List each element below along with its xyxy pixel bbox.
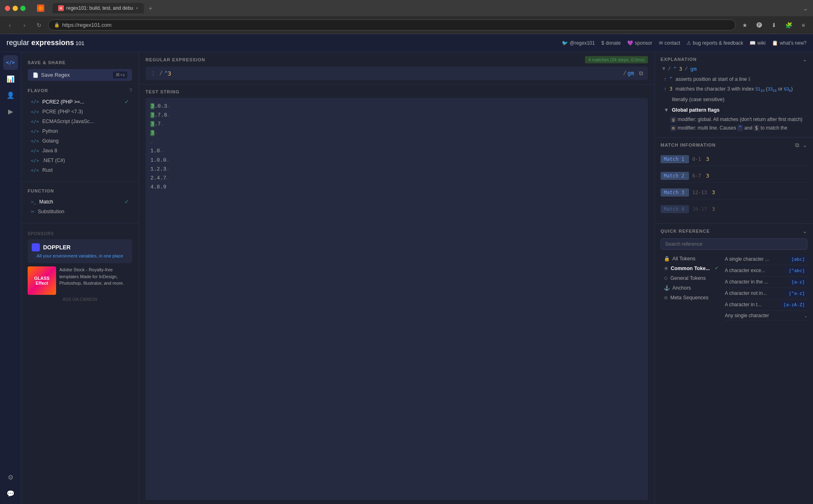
forward-button[interactable]: › [19,19,30,31]
match-1-value: 3 [706,156,709,162]
tab-close-button[interactable]: × [136,6,138,11]
new-tab-button[interactable]: + [146,4,155,13]
sidebar-item-account[interactable]: 👤 [3,88,18,102]
flavor-golang[interactable]: </> Golang [28,136,132,146]
twitter-icon: 🐦 [562,40,568,46]
address-bar[interactable]: 🔒 https://regex101.com [48,19,736,30]
test-line-10: 4.8.9 [150,183,643,192]
back-button[interactable]: ‹ [4,19,15,31]
test-header: TEST STRING [146,89,648,95]
maximize-window-button[interactable] [20,6,26,11]
doppler-sponsor-card[interactable]: DOPPLER All your environment variables, … [28,239,132,263]
twitter-label: @regex101 [570,40,595,46]
close-window-button[interactable] [5,6,10,11]
function-section: FUNCTION >_ Match ✓ ✂ Substitution [21,185,139,220]
copy-all-button[interactable]: ⧉ [795,142,799,149]
code-tag-icon-7: </> [31,158,39,163]
match-3-label: Match 3 [661,188,689,197]
doppler-description: All your environment variables, in one p… [32,253,128,259]
qr-meta-sequences[interactable]: ⊕ Meta Sequences [661,293,722,303]
exp-caret-item: ↑ ^ asserts position at start of a line … [664,75,807,83]
download-button[interactable]: ⬇ [768,19,780,31]
wiki-link[interactable]: 📖 wiki [750,40,765,46]
explanation-section: EXPLANATION ⌄ ▼ / ^3 / gm ↑ ^ asserts po… [655,52,813,138]
flavor-help-icon[interactable]: ? [129,87,132,93]
match-1-label: Match 1 [661,155,689,163]
sidebar-item-community[interactable]: 💬 [3,486,18,501]
match-2-label: Match 2 [661,172,689,180]
function-substitution[interactable]: ✂ Substitution [28,207,132,216]
flavor-ecmascript[interactable]: </> ECMAScript (JavaSc... [28,117,132,126]
extensions-button[interactable]: 🧩 [783,19,794,31]
quick-ref-entries: A single character ... [abc] A character… [725,254,807,500]
quick-ref-search-input[interactable] [661,238,807,250]
bug-reports-link[interactable]: ⚠ bug reports & feedback [687,40,743,46]
m-desc: modifier: multi line. Causes [678,125,737,131]
match-row-2: Match 2 6-7 3 [661,169,807,183]
browser-navbar: ‹ › ↻ 🔒 https://regex101.com ★ 🅟 ⬇ 🧩 ≡ [0,16,813,34]
sidebar-item-editor[interactable]: </> [3,55,18,70]
sponsor-link[interactable]: 💜 sponsor [627,40,652,46]
sidebar-item-stats[interactable]: 📊 [3,71,18,86]
donate-icon: $ [601,40,604,46]
chart-icon: 📊 [7,75,15,83]
save-regex-button[interactable]: 📄 Save Regex ⌘+s [28,69,132,81]
bookmark-button[interactable]: ★ [739,19,750,31]
flavor-pcre-label: PCRE (PHP <7.3) [42,109,83,115]
right-panel: EXPLANATION ⌄ ▼ / ^3 / gm ↑ ^ asserts po… [654,52,813,504]
qr-desc-4: A character not in... [725,290,767,296]
m-key: m [670,125,676,131]
new-icon: 📋 [772,40,778,46]
function-match[interactable]: >_ Match ✓ [28,197,132,207]
donate-label: donate [606,40,621,46]
match-info-title: MATCH INFORMATION [661,143,716,147]
test-line-9: 2.4.7↵ [150,174,643,183]
match-row-3: Match 3 12-13 3 [661,186,807,199]
match-4-value: 3 [712,206,715,212]
match-highlight-4: 3 [150,130,154,136]
pocket-button[interactable]: 🅟 [754,19,765,31]
twitter-link[interactable]: 🐦 @regex101 [562,40,595,46]
m-and: and [744,125,754,131]
flavor-pcre[interactable]: </> PCRE (PHP <7.3) [28,107,132,117]
explanation-header[interactable]: EXPLANATION ⌄ [661,56,807,63]
regex-input-row[interactable]: ⋮ / ^3 /gm ⧉ [146,67,648,80]
code-tag-icon-3: </> [31,119,39,124]
test-string-editor[interactable]: 3.0.3↵ 3.7.8↵ 3.7↵ 3↵ ↵ 1.0↵ 1.0.0↵ 1.2.… [146,98,648,500]
tab-collapse-button[interactable]: ⌄ [803,4,808,12]
flavor-rust[interactable]: </> Rust [28,165,132,175]
qr-desc-6: Any single character [725,313,769,318]
qr-general-tokens[interactable]: ⊙ General Tokens [661,273,722,283]
refresh-button[interactable]: ↻ [33,19,45,31]
explanation-collapse-icon: ⌄ [802,56,807,63]
copy-regex-button[interactable]: ⧉ [639,70,643,77]
flavor-pcre2[interactable]: </> PCRE2 (PHP >=... ✓ [28,97,132,107]
qr-anchors[interactable]: ⚓ Anchors [661,283,722,293]
active-tab[interactable]: R regex101: build, test, and debu × [52,3,144,13]
code-tag-icon-2: </> [31,109,39,115]
exp-flags: gm [690,66,697,72]
menu-button[interactable]: ≡ [798,19,809,31]
qr-entry-4: A character not in... [^a-z] [725,288,807,299]
minimize-window-button[interactable] [13,6,18,11]
flavor-dotnet[interactable]: </> .NET (C#) [28,156,132,165]
function-match-label: Match [39,199,53,205]
qr-common-tokens-label: Common Toke... [671,266,710,271]
divider-2 [21,223,139,223]
flavor-python[interactable]: </> Python [28,126,132,136]
flavor-java[interactable]: </> Java 8 [28,146,132,156]
donate-link[interactable]: $ donate [601,40,620,46]
sidebar-item-videos[interactable]: ▶ [3,104,18,119]
tab-title: regex101: build, test, and debu [66,5,133,11]
qr-common-tokens[interactable]: ★ Common Toke... ✓ [661,264,722,273]
sponsors-section: SPONSORS DOPPLER All your environment va… [21,227,139,307]
sidebar-item-settings[interactable]: ⚙ [3,470,18,485]
url-text: https://regex101.com [62,22,111,28]
whats-new-link[interactable]: 📋 what's new? [772,40,806,46]
contact-link[interactable]: ✉ contact [659,40,680,46]
info-icon[interactable]: ℹ [748,76,750,82]
qr-all-tokens[interactable]: 🔒 All Tokens [661,254,722,264]
adobe-stock-ad[interactable]: GLASSEffect Adobe Stock - Royalty-free t… [28,266,132,295]
match-info-collapse-icon: ⌄ [802,142,807,148]
explanation-tree: ↑ ^ asserts position at start of a line … [661,75,807,132]
